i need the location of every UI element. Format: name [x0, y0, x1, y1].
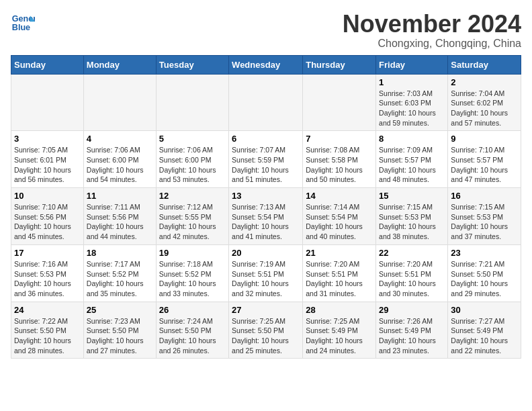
day-number: 3: [14, 134, 81, 144]
day-info: Sunrise: 7:20 AM Sunset: 5:51 PM Dayligh…: [306, 259, 373, 299]
day-number: 29: [379, 305, 445, 315]
day-info: Sunrise: 7:22 AM Sunset: 5:50 PM Dayligh…: [14, 316, 81, 356]
day-info: Sunrise: 7:27 AM Sunset: 5:49 PM Dayligh…: [451, 316, 518, 356]
day-number: 11: [87, 191, 153, 201]
calendar-cell: 29Sunrise: 7:26 AM Sunset: 5:49 PM Dayli…: [376, 302, 448, 359]
day-number: 26: [159, 305, 226, 315]
day-info: Sunrise: 7:08 AM Sunset: 5:58 PM Dayligh…: [306, 145, 373, 185]
day-number: 15: [379, 191, 445, 201]
day-number: 5: [159, 134, 226, 144]
week-row-2: 3Sunrise: 7:05 AM Sunset: 6:01 PM Daylig…: [11, 131, 521, 188]
title-area: November 2024 Chongxing, Chongqing, Chin…: [343, 11, 521, 50]
day-number: 8: [379, 134, 445, 144]
day-number: 19: [159, 248, 226, 258]
calendar-cell: 9Sunrise: 7:10 AM Sunset: 5:57 PM Daylig…: [448, 131, 521, 188]
calendar-cell: 5Sunrise: 7:06 AM Sunset: 6:00 PM Daylig…: [156, 131, 228, 188]
day-info: Sunrise: 7:20 AM Sunset: 5:51 PM Dayligh…: [379, 259, 445, 299]
weekday-header-tuesday: Tuesday: [156, 55, 228, 74]
weekday-header-monday: Monday: [83, 55, 156, 74]
day-number: 21: [306, 248, 373, 258]
day-number: 4: [87, 134, 153, 144]
month-title: November 2024: [343, 11, 521, 38]
calendar-cell: 16Sunrise: 7:15 AM Sunset: 5:53 PM Dayli…: [448, 188, 521, 245]
calendar-cell: 3Sunrise: 7:05 AM Sunset: 6:01 PM Daylig…: [11, 131, 84, 188]
week-row-4: 17Sunrise: 7:16 AM Sunset: 5:53 PM Dayli…: [11, 244, 521, 302]
day-number: 17: [14, 248, 81, 258]
day-info: Sunrise: 7:07 AM Sunset: 5:59 PM Dayligh…: [232, 145, 300, 185]
calendar-cell: 7Sunrise: 7:08 AM Sunset: 5:58 PM Daylig…: [303, 131, 376, 188]
calendar-cell: 23Sunrise: 7:21 AM Sunset: 5:50 PM Dayli…: [448, 244, 521, 302]
day-number: 18: [87, 248, 153, 258]
day-info: Sunrise: 7:16 AM Sunset: 5:53 PM Dayligh…: [14, 259, 81, 299]
calendar-cell: 13Sunrise: 7:13 AM Sunset: 5:54 PM Dayli…: [229, 188, 303, 245]
day-number: 13: [232, 191, 300, 201]
weekday-header-wednesday: Wednesday: [229, 55, 303, 74]
logo-icon: General Blue: [11, 11, 35, 35]
day-info: Sunrise: 7:15 AM Sunset: 5:53 PM Dayligh…: [451, 202, 518, 242]
calendar-cell: 10Sunrise: 7:10 AM Sunset: 5:56 PM Dayli…: [11, 188, 84, 245]
day-number: 2: [451, 77, 518, 87]
week-row-1: 1Sunrise: 7:03 AM Sunset: 6:03 PM Daylig…: [11, 74, 521, 131]
calendar-cell: 14Sunrise: 7:14 AM Sunset: 5:54 PM Dayli…: [303, 188, 376, 245]
day-info: Sunrise: 7:23 AM Sunset: 5:50 PM Dayligh…: [87, 316, 153, 356]
calendar-cell: 11Sunrise: 7:11 AM Sunset: 5:56 PM Dayli…: [83, 188, 156, 245]
day-number: 14: [306, 191, 373, 201]
calendar-cell: [229, 74, 303, 131]
calendar-cell: 4Sunrise: 7:06 AM Sunset: 6:00 PM Daylig…: [83, 131, 156, 188]
day-info: Sunrise: 7:17 AM Sunset: 5:52 PM Dayligh…: [87, 259, 153, 299]
day-info: Sunrise: 7:13 AM Sunset: 5:54 PM Dayligh…: [232, 202, 300, 242]
calendar-table: SundayMondayTuesdayWednesdayThursdayFrid…: [11, 55, 521, 359]
day-info: Sunrise: 7:21 AM Sunset: 5:50 PM Dayligh…: [451, 259, 518, 299]
week-row-5: 24Sunrise: 7:22 AM Sunset: 5:50 PM Dayli…: [11, 302, 521, 359]
day-number: 12: [159, 191, 226, 201]
day-info: Sunrise: 7:26 AM Sunset: 5:49 PM Dayligh…: [379, 316, 445, 356]
day-number: 23: [451, 248, 518, 258]
day-number: 16: [451, 191, 518, 201]
day-number: 28: [306, 305, 373, 315]
day-number: 22: [379, 248, 445, 258]
day-info: Sunrise: 7:11 AM Sunset: 5:56 PM Dayligh…: [87, 202, 153, 242]
day-info: Sunrise: 7:18 AM Sunset: 5:52 PM Dayligh…: [159, 259, 226, 299]
week-row-3: 10Sunrise: 7:10 AM Sunset: 5:56 PM Dayli…: [11, 188, 521, 245]
day-number: 24: [14, 305, 81, 315]
day-info: Sunrise: 7:24 AM Sunset: 5:50 PM Dayligh…: [159, 316, 226, 356]
calendar-cell: 2Sunrise: 7:04 AM Sunset: 6:02 PM Daylig…: [448, 74, 521, 131]
day-number: 27: [232, 305, 300, 315]
day-number: 10: [14, 191, 81, 201]
day-info: Sunrise: 7:25 AM Sunset: 5:49 PM Dayligh…: [306, 316, 373, 356]
day-info: Sunrise: 7:25 AM Sunset: 5:50 PM Dayligh…: [232, 316, 300, 356]
calendar-cell: [156, 74, 228, 131]
calendar-cell: 18Sunrise: 7:17 AM Sunset: 5:52 PM Dayli…: [83, 244, 156, 302]
calendar-cell: [11, 74, 84, 131]
calendar-cell: 15Sunrise: 7:15 AM Sunset: 5:53 PM Dayli…: [376, 188, 448, 245]
day-info: Sunrise: 7:06 AM Sunset: 6:00 PM Dayligh…: [159, 145, 226, 185]
day-info: Sunrise: 7:06 AM Sunset: 6:00 PM Dayligh…: [87, 145, 153, 185]
day-number: 30: [451, 305, 518, 315]
weekday-header-friday: Friday: [376, 55, 448, 74]
day-info: Sunrise: 7:12 AM Sunset: 5:55 PM Dayligh…: [159, 202, 226, 242]
day-info: Sunrise: 7:15 AM Sunset: 5:53 PM Dayligh…: [379, 202, 445, 242]
calendar-cell: 30Sunrise: 7:27 AM Sunset: 5:49 PM Dayli…: [448, 302, 521, 359]
calendar-cell: 20Sunrise: 7:19 AM Sunset: 5:51 PM Dayli…: [229, 244, 303, 302]
day-number: 6: [232, 134, 300, 144]
day-info: Sunrise: 7:19 AM Sunset: 5:51 PM Dayligh…: [232, 259, 300, 299]
day-info: Sunrise: 7:10 AM Sunset: 5:57 PM Dayligh…: [451, 145, 518, 185]
svg-text:Blue: Blue: [12, 23, 30, 32]
logo: General Blue: [11, 11, 35, 35]
day-info: Sunrise: 7:03 AM Sunset: 6:03 PM Dayligh…: [379, 89, 445, 128]
day-info: Sunrise: 7:05 AM Sunset: 6:01 PM Dayligh…: [14, 145, 81, 185]
day-number: 20: [232, 248, 300, 258]
calendar-cell: 24Sunrise: 7:22 AM Sunset: 5:50 PM Dayli…: [11, 302, 84, 359]
day-number: 7: [306, 134, 373, 144]
calendar-cell: 25Sunrise: 7:23 AM Sunset: 5:50 PM Dayli…: [83, 302, 156, 359]
calendar-cell: 8Sunrise: 7:09 AM Sunset: 5:57 PM Daylig…: [376, 131, 448, 188]
day-info: Sunrise: 7:04 AM Sunset: 6:02 PM Dayligh…: [451, 89, 518, 128]
day-number: 1: [379, 77, 445, 87]
weekday-header-sunday: Sunday: [11, 55, 84, 74]
calendar-cell: 27Sunrise: 7:25 AM Sunset: 5:50 PM Dayli…: [229, 302, 303, 359]
subtitle: Chongxing, Chongqing, China: [343, 38, 521, 50]
weekday-header-thursday: Thursday: [303, 55, 376, 74]
day-info: Sunrise: 7:09 AM Sunset: 5:57 PM Dayligh…: [379, 145, 445, 185]
header: General Blue November 2024 Chongxing, Ch…: [11, 11, 521, 50]
weekday-header-saturday: Saturday: [448, 55, 521, 74]
